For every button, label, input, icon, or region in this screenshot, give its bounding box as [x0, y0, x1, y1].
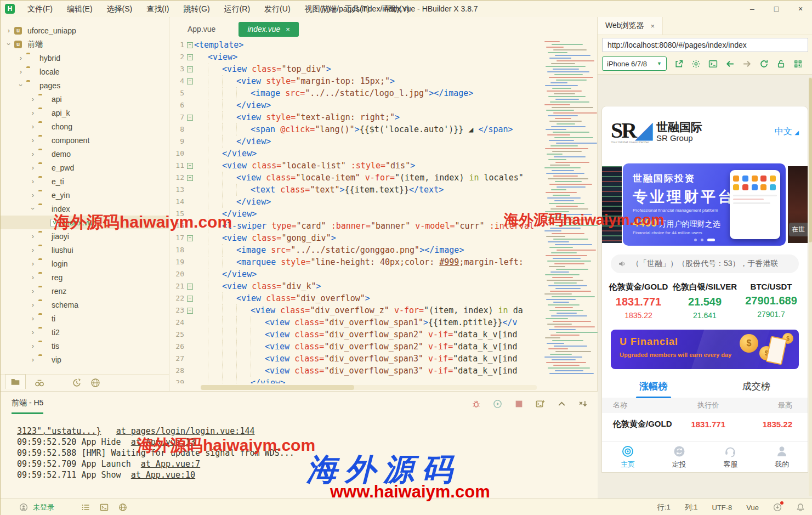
code-token[interactable]: da: [508, 304, 523, 316]
line-number[interactable]: 23: [170, 304, 186, 316]
fold-gutter[interactable]: [186, 196, 194, 208]
code-line[interactable]: 29</view>: [170, 377, 542, 383]
code-token[interactable]: "(item, index): [395, 172, 469, 184]
fold-gutter[interactable]: [186, 341, 194, 353]
code-token[interactable]: >: [395, 111, 400, 123]
indent-guide[interactable]: [208, 111, 222, 123]
indent-guide[interactable]: [222, 75, 236, 87]
code-line[interactable]: 23−<view class="div_overflow_z" v-for="(…: [170, 304, 542, 316]
chevron-right-icon[interactable]: ›: [29, 355, 37, 364]
tree-item-ti[interactable]: ›ti: [1, 312, 169, 325]
code-token[interactable]: class=: [294, 365, 324, 377]
code-token[interactable]: <view: [222, 63, 252, 75]
fold-gutter[interactable]: [186, 268, 194, 280]
menu-item[interactable]: 文件(F): [20, 1, 60, 17]
web-icon[interactable]: [118, 503, 127, 512]
code-token[interactable]: "data_k_v[ind: [453, 353, 517, 365]
chevron-right-icon[interactable]: ›: [29, 342, 37, 350]
code-line[interactable]: 26<view class="div_overflow_span2" v-if=…: [170, 341, 542, 353]
code-token[interactable]: <view: [265, 365, 294, 377]
code-token[interactable]: </span>: [478, 123, 513, 135]
indent-guide[interactable]: [222, 196, 236, 208]
refresh-icon[interactable]: [759, 59, 769, 69]
line-number[interactable]: 1: [170, 39, 186, 51]
indent-guide[interactable]: [194, 341, 208, 353]
tree-item-label[interactable]: api: [52, 95, 62, 104]
code-token[interactable]: v-if=: [423, 329, 453, 341]
code-line[interactable]: 4−<view style="margin-top: 15px;">: [170, 75, 542, 87]
price-value[interactable]: 1831.771: [605, 296, 672, 308]
tree-item-ti2[interactable]: ›ti2: [1, 325, 169, 339]
code-token[interactable]: <image: [236, 244, 271, 256]
code-line[interactable]: 17−<view class="gong_div">: [170, 232, 542, 244]
chevron-right-icon[interactable]: ›: [29, 136, 37, 144]
tab-涨幅榜[interactable]: 涨幅榜: [602, 377, 705, 398]
chevron-right-icon[interactable]: ›: [17, 82, 25, 89]
code-line[interactable]: 8<span @click="lang()">{{$t('locale.auto…: [170, 123, 542, 135]
indent-guide[interactable]: [208, 184, 222, 196]
code-token[interactable]: "div_overflow_span2": [324, 341, 423, 353]
chevron-right-icon[interactable]: ›: [5, 41, 13, 48]
fold-marker[interactable]: −: [186, 292, 194, 304]
code-token[interactable]: "div_overflow_span3": [324, 353, 423, 365]
carousel-dots[interactable]: [623, 239, 786, 241]
code-token[interactable]: "data_k_v[ind: [453, 341, 517, 353]
indent-guide[interactable]: [236, 329, 251, 341]
indent-guide[interactable]: [222, 99, 236, 111]
line-number[interactable]: 7: [170, 111, 186, 123]
code-token[interactable]: </view>: [236, 99, 271, 111]
tree-item-label[interactable]: demo: [52, 150, 71, 159]
nav-label[interactable]: 客服: [723, 460, 737, 469]
tree-item-label[interactable]: uforce_uniapp: [27, 26, 76, 35]
nav-item-主页[interactable]: 主页: [602, 442, 654, 472]
tree-item-e_pwd[interactable]: ›e_pwd: [1, 161, 169, 174]
indent-guide[interactable]: [208, 256, 222, 268]
price-sub[interactable]: 1835.22: [605, 311, 672, 320]
indent-guide[interactable]: [194, 111, 208, 123]
tree-item-pages[interactable]: ›pages: [1, 78, 169, 92]
tree-item-label[interactable]: ti2: [52, 328, 60, 337]
console-link[interactable]: at App.vue:13: [131, 437, 195, 447]
code-token[interactable]: class=: [280, 184, 310, 196]
tree-item-e_yin[interactable]: ›e_yin: [1, 188, 169, 202]
console-line[interactable]: 09:59:52.711 App Show at App.vue:10: [17, 469, 592, 480]
code-line[interactable]: 2−<view>: [170, 51, 542, 63]
notification-bell-icon[interactable]: [796, 503, 805, 512]
fold-gutter[interactable]: [186, 184, 194, 196]
price-value[interactable]: 21.549: [672, 296, 738, 308]
code-token[interactable]: class=: [294, 329, 324, 341]
service-icon[interactable]: [724, 445, 737, 458]
tree-item-reg[interactable]: ›reg: [1, 270, 169, 284]
indent-guide[interactable]: [194, 365, 208, 377]
fold-gutter[interactable]: [186, 377, 194, 383]
tree-item-label[interactable]: tis: [52, 342, 59, 350]
code-token[interactable]: <text: [251, 184, 280, 196]
row-high[interactable]: 1835.22: [736, 420, 808, 429]
code-token[interactable]: ></image>: [419, 244, 464, 256]
code-token[interactable]: "locale-item": [296, 172, 360, 184]
code-token[interactable]: ;margin-left:: [459, 256, 523, 268]
folder-icon[interactable]: [38, 164, 48, 172]
fold-marker[interactable]: −: [186, 160, 194, 172]
indent-guide[interactable]: [222, 377, 236, 383]
code-token[interactable]: in: [498, 304, 508, 316]
indent-guide[interactable]: [208, 232, 222, 244]
code-token[interactable]: {{item.text}}: [345, 184, 409, 196]
nav-item-客服[interactable]: 客服: [705, 442, 757, 472]
code-token[interactable]: "dis": [385, 160, 410, 172]
code-token[interactable]: "(item, index): [424, 304, 498, 316]
tree-item-uforce_uniapp[interactable]: ›uuforce_uniapp: [1, 24, 169, 37]
indent-guide[interactable]: [194, 280, 208, 292]
indent-guide[interactable]: [222, 172, 236, 184]
chevron-right-icon[interactable]: ›: [17, 67, 25, 76]
chevron-right-icon[interactable]: ›: [29, 177, 37, 185]
tree-item-login[interactable]: ›login: [1, 257, 169, 270]
chevron-right-icon[interactable]: ›: [29, 150, 37, 158]
line-number[interactable]: 5: [170, 87, 186, 99]
code-line[interactable]: 3−<view class="top_div">: [170, 63, 542, 75]
tree-item-label[interactable]: renz: [52, 287, 66, 296]
tree-item-hybrid[interactable]: ›hybrid: [1, 51, 169, 65]
folder-icon[interactable]: [38, 137, 48, 144]
code-token[interactable]: <view: [236, 75, 266, 87]
close-icon[interactable]: ×: [286, 22, 290, 37]
